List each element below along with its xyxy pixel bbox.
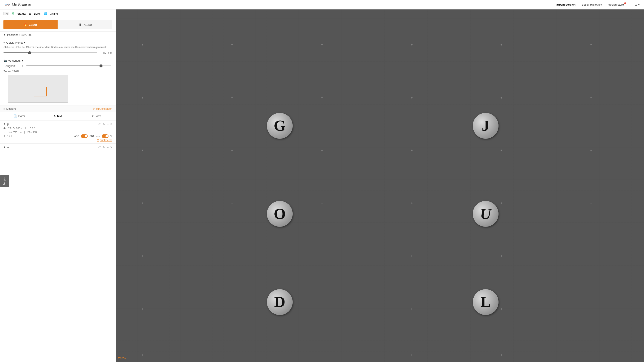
zoom-label: Zoom: 286% <box>4 70 112 73</box>
brightness-slider-track[interactable] <box>26 65 111 66</box>
objekt-hoehe-label[interactable]: ≡ Objekt-Höhe: ▾ <box>4 41 112 44</box>
left-panel: [S] ⚙ Status: 🖥 Bereit 🌐 Online 🔥 Laser … <box>0 9 116 362</box>
g-height-icon: | <box>24 131 25 134</box>
brightness-low-icon: ☽ <box>20 64 23 68</box>
design-item-g-dims: ↔ 6.7 mm ∞ | 24.7 mm <box>4 131 112 134</box>
g-alt-label: ЭBA <box>90 135 94 137</box>
canvas-zoom-badge: 286% <box>118 357 126 360</box>
nav-designbibliothek[interactable]: designbibliothek <box>582 3 602 6</box>
form-icon: ♥ <box>92 114 94 118</box>
design-item-g: ✦ g ↺ ✎ + × ✚ 274.5, 200.4 ↻ 0.0 ° ↔ 6.7… <box>0 120 116 144</box>
design-item-g-name: ✦ g <box>4 122 8 126</box>
laser-button[interactable]: 🔥 Laser <box>4 20 58 29</box>
g-cross-icon: ✚ <box>4 127 6 130</box>
canvas-texture <box>116 9 644 362</box>
tab-datei[interactable]: 📄 Datei <box>0 112 39 120</box>
g-unit-label2: % <box>110 135 112 137</box>
brightness-row: Helligkeit: ☽ <box>4 64 112 68</box>
design-item-o-actions: ↺ ✎ + × <box>98 145 112 149</box>
designs-title: ≡ Designs <box>4 107 16 110</box>
logo-icon: 👓 <box>4 2 10 7</box>
laser-btn-row: 🔥 Laser ⏸ Pause <box>0 18 116 31</box>
letter-O: O <box>274 205 286 223</box>
g-height: 24.7 mm <box>28 131 38 134</box>
position-label[interactable]: ✦ Position: ▾ 507, 390 <box>4 33 112 36</box>
nav-design-store[interactable]: design-store <box>608 3 624 6</box>
undo-g-icon[interactable]: ↺ <box>98 122 101 126</box>
nav-arbeitsbereich[interactable]: arbeitsbereich <box>556 3 576 6</box>
design-item-o: ✦ o ↺ ✎ + × <box>0 144 116 152</box>
reset-button[interactable]: ⊗ Zurücksetzen <box>92 107 112 110</box>
brightness-label: Helligkeit: <box>4 64 18 68</box>
close-g-icon[interactable]: × <box>110 122 112 126</box>
position-label-text: Position: <box>7 33 18 36</box>
hoehe-value: 15 <box>100 51 106 54</box>
status-online: Online <box>50 12 58 15</box>
hoehe-slider-thumb[interactable] <box>28 51 31 54</box>
text-icon: A <box>54 114 56 118</box>
letter-U: U <box>480 205 491 223</box>
design-item-o-header: ✦ o ↺ ✎ + × <box>4 145 112 149</box>
g-grid: 1×1 <box>7 134 12 138</box>
brightness-slider-thumb[interactable] <box>100 64 102 67</box>
tab-form-label: Form <box>94 114 101 118</box>
main-layout: [S] ⚙ Status: 🖥 Bereit 🌐 Online 🔥 Laser … <box>0 9 644 362</box>
vorschau-section: 📷 Vorschau: ▾ Helligkeit: ☽ Zoom: 286% <box>0 57 116 105</box>
add-o-icon[interactable]: + <box>107 146 108 149</box>
tab-form[interactable]: ♥ Form <box>77 112 116 120</box>
design-item-o-name: ✦ o <box>4 146 8 149</box>
status-bar: [S] ⚙ Status: 🖥 Bereit 🌐 Online <box>0 9 116 18</box>
tab-text[interactable]: A Text <box>39 112 77 120</box>
vorschau-caret-icon: ▾ <box>22 59 24 62</box>
objekt-caret-icon: ▾ <box>24 41 26 44</box>
add-g-icon[interactable]: + <box>107 122 108 126</box>
hoehe-slider-track[interactable] <box>4 52 97 53</box>
design-o-label: o <box>7 146 8 149</box>
tab-bar: 📄 Datei A Text ♥ Form <box>0 112 116 120</box>
g-abc-toggle[interactable] <box>81 134 88 138</box>
edit-o-icon[interactable]: ✎ <box>102 146 105 149</box>
g-width: 6.7 mm <box>8 131 17 134</box>
g-unit-label: mm <box>96 135 100 137</box>
datei-icon: 📄 <box>14 114 17 118</box>
design-item-g-header: ✦ g ↺ ✎ + × <box>4 122 112 126</box>
support-tab[interactable]: Support <box>0 175 9 187</box>
undo-o-icon[interactable]: ↺ <box>98 146 101 149</box>
letter-L: L <box>480 293 491 311</box>
edit-g-icon[interactable]: ✎ <box>102 122 105 126</box>
design-item-g-coords: ✚ 274.5, 200.4 ↻ 0.0 ° <box>4 127 112 130</box>
designs-header: ≡ Designs ⊗ Zurücksetzen <box>0 105 116 112</box>
top-nav: 👓 Mr. Beam ✳ arbeitsbereich designbiblio… <box>0 0 644 9</box>
g-link-icon: ∞ <box>20 131 22 134</box>
logo: 👓 Mr. Beam ✳ <box>4 2 31 7</box>
status-dot-icon: ⚙ <box>12 11 14 15</box>
tab-datei-label: Datei <box>18 114 25 118</box>
vorschau-label-text: Vorschau: <box>8 59 21 62</box>
minimap-viewport <box>34 87 47 96</box>
hoehe-slider-row: 15 mm <box>4 51 112 54</box>
position-caret-icon: ▾ <box>19 34 20 36</box>
objekt-label-text: Objekt-Höhe: <box>6 41 23 44</box>
power-icon: ⏻ <box>634 3 637 6</box>
minimap <box>8 75 68 103</box>
close-o-icon[interactable]: × <box>110 145 112 149</box>
nav-links: arbeitsbereich designbibliothek design-s… <box>40 3 640 6</box>
power-button[interactable]: ⏻ ▾ <box>634 3 640 6</box>
objekt-hoehe-section: ≡ Objekt-Höhe: ▾ Stelle die Höhe der Obe… <box>0 39 116 57</box>
letter-circle-G: G <box>267 113 293 139</box>
logo-text: Mr. Beam ✳ <box>12 2 31 7</box>
pause-button[interactable]: ⏸ Pause <box>58 20 112 29</box>
g-unit-toggle[interactable] <box>102 134 108 138</box>
design-item-g-actions: ↺ ✎ + × <box>98 122 112 126</box>
position-value: 507, 390 <box>22 33 32 36</box>
letter-circle-J: J <box>473 113 498 139</box>
position-icon: ✦ <box>4 33 6 36</box>
g-abc-label: ABC <box>74 135 79 137</box>
g-duplizieren-btn[interactable]: ⊞ duplizieren <box>97 139 112 142</box>
letter-D: D <box>274 293 285 311</box>
status-bereit-icon: 🖥 <box>28 12 31 15</box>
objekt-icon: ≡ <box>4 41 5 44</box>
vorschau-label[interactable]: 📷 Vorschau: ▾ <box>4 59 112 62</box>
designs-label: Designs <box>6 107 16 110</box>
g-duplizieren-row: ⊞ duplizieren <box>4 139 112 142</box>
